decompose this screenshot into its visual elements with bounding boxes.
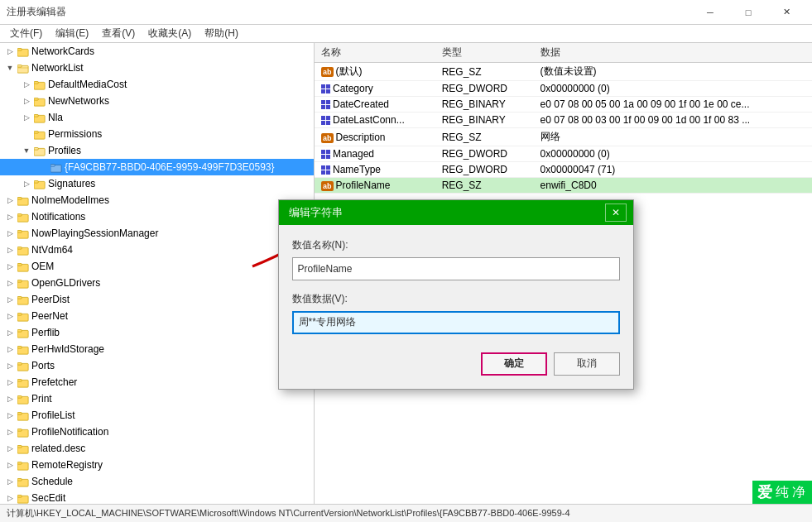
tree-label: SecEdit bbox=[31, 492, 65, 504]
tree-item[interactable]: ▷ OEM bbox=[0, 258, 314, 275]
tree-item[interactable]: ▷ PeerDist bbox=[0, 291, 314, 308]
folder-icon bbox=[33, 94, 46, 108]
tree-item[interactable]: ▷ related.desc bbox=[0, 440, 314, 457]
table-row[interactable]: abDescription REG_SZ 网络 bbox=[315, 128, 812, 146]
tree-item[interactable]: ▷ PerHwIdStorage bbox=[0, 341, 314, 357]
tree-item[interactable]: ▷ ProfileList bbox=[0, 407, 314, 424]
table-row[interactable]: NameType REG_DWORD 0x00000047 (71) bbox=[315, 162, 812, 178]
maximize-button[interactable]: □ bbox=[729, 0, 767, 25]
table-row[interactable]: Category REG_DWORD 0x00000000 (0) bbox=[315, 81, 812, 97]
tree-item[interactable]: ▷ Print bbox=[0, 390, 314, 407]
expand-icon: ▼ bbox=[3, 61, 17, 74]
cell-type: REG_SZ bbox=[435, 128, 534, 146]
folder-icon bbox=[17, 243, 30, 256]
tree-item[interactable]: ▷ ProfileNotification bbox=[0, 424, 314, 440]
table-row[interactable]: DateCreated REG_BINARY e0 07 08 00 05 00… bbox=[315, 97, 812, 113]
data-input[interactable] bbox=[292, 311, 620, 334]
svg-rect-39 bbox=[17, 363, 22, 366]
tree-item[interactable]: ▷ Perflib bbox=[0, 324, 314, 341]
tree-label: PeerDist bbox=[31, 294, 70, 305]
tree-item[interactable]: ▷ Nla bbox=[0, 109, 314, 126]
folder-icon bbox=[17, 227, 30, 240]
tree-label: NowPlayingSessionManager bbox=[31, 227, 158, 239]
folder-icon bbox=[17, 210, 30, 223]
menu-edit[interactable]: 编辑(E) bbox=[49, 25, 95, 42]
table-row[interactable]: ab(默认) REG_SZ (数值未设置) bbox=[315, 63, 812, 81]
folder-icon bbox=[17, 293, 30, 306]
menu-help[interactable]: 帮助(H) bbox=[198, 25, 245, 42]
tree-item[interactable]: ▷ OpenGLDrivers bbox=[0, 275, 314, 291]
folder-icon bbox=[33, 177, 46, 190]
tree-item[interactable]: ▷ NetworkCards bbox=[0, 43, 314, 60]
table-row[interactable]: abProfileName REG_SZ enwifi_C8D0 bbox=[315, 178, 812, 194]
tree-label: ProfileList bbox=[31, 409, 75, 421]
tree-item[interactable]: ▷ Ports bbox=[0, 357, 314, 374]
status-bar: 计算机\HKEY_LOCAL_MACHINE\SOFTWARE\Microsof… bbox=[0, 504, 812, 522]
expand-icon: ▷ bbox=[3, 243, 17, 256]
expand-icon: ▷ bbox=[3, 359, 17, 372]
table-row[interactable]: DateLastConn... REG_BINARY e0 07 08 00 0… bbox=[315, 113, 812, 128]
menu-file[interactable]: 文件(F) bbox=[3, 25, 49, 42]
tree-label: Permissions bbox=[48, 128, 102, 140]
tree-item[interactable]: ▷ Prefetcher bbox=[0, 374, 314, 390]
tree-item[interactable]: ▼ NetworkList bbox=[0, 60, 314, 76]
tree-item[interactable]: ▷ RemoteRegistry bbox=[0, 457, 314, 473]
minimize-button[interactable]: ─ bbox=[691, 0, 729, 25]
expand-icon: ▷ bbox=[3, 293, 17, 306]
folder-icon bbox=[17, 425, 30, 438]
tree-item-profile-guid[interactable]: {FA9CBB77-BBD0-406E-9959-499F7D3E0593} bbox=[0, 159, 314, 175]
tree-label: NewNetworks bbox=[48, 95, 109, 107]
svg-rect-43 bbox=[17, 396, 22, 399]
svg-rect-9 bbox=[34, 115, 38, 117]
cell-type: REG_BINARY bbox=[435, 97, 534, 113]
tree-item-notifications[interactable]: ▷ Notifications bbox=[0, 208, 314, 225]
tree-item[interactable]: ▷ NewNetworks bbox=[0, 93, 314, 109]
dialog-buttons: 确定 取消 bbox=[292, 352, 620, 376]
tree-label: DefaultMediaCost bbox=[48, 79, 127, 90]
expand-icon bbox=[20, 127, 33, 141]
expand-icon: ▷ bbox=[3, 309, 17, 323]
expand-icon: ▷ bbox=[3, 45, 17, 58]
expand-icon: ▷ bbox=[3, 210, 17, 223]
dialog-title-bar: 编辑字符串 ✕ bbox=[279, 200, 633, 225]
menu-view[interactable]: 查看(V) bbox=[95, 25, 142, 42]
dialog-close-button[interactable]: ✕ bbox=[605, 204, 627, 222]
expand-icon: ▷ bbox=[3, 442, 17, 455]
cell-name: NameType bbox=[315, 162, 435, 178]
tree-item[interactable]: ▷ NoImeModelImes bbox=[0, 192, 314, 208]
svg-rect-15 bbox=[50, 165, 55, 167]
folder-icon bbox=[33, 127, 46, 141]
svg-rect-1 bbox=[17, 49, 22, 51]
tree-item[interactable]: ▷ PeerNet bbox=[0, 308, 314, 324]
cancel-button[interactable]: 取消 bbox=[554, 352, 620, 376]
registry-tree: ▷ NetworkCards ▼ NetworkList ▷ bbox=[0, 43, 315, 504]
registry-table: 名称 类型 数据 ab(默认) REG_SZ (数值未设置) Category … bbox=[315, 43, 812, 194]
tree-item[interactable]: ▷ SecEdit bbox=[0, 490, 314, 504]
tree-item-permissions[interactable]: Permissions bbox=[0, 126, 314, 142]
table-row[interactable]: Managed REG_DWORD 0x00000000 (0) bbox=[315, 146, 812, 162]
tree-item[interactable]: ▷ NtVdm64 bbox=[0, 242, 314, 258]
tree-label: NetworkCards bbox=[31, 45, 94, 57]
tree-label: PeerNet bbox=[31, 310, 68, 322]
edit-string-dialog: 编辑字符串 ✕ 数值名称(N): 数值数据(V): 确定 取消 bbox=[278, 199, 634, 390]
ok-button[interactable]: 确定 bbox=[481, 352, 547, 376]
svg-rect-17 bbox=[34, 181, 38, 184]
tree-label: related.desc bbox=[31, 443, 85, 454]
expand-icon: ▷ bbox=[3, 425, 17, 438]
close-button[interactable]: ✕ bbox=[767, 0, 805, 25]
tree-item[interactable]: ▷ DefaultMediaCost bbox=[0, 76, 314, 93]
folder-icon bbox=[17, 276, 30, 290]
cell-type: REG_BINARY bbox=[435, 113, 534, 128]
tree-label: OpenGLDrivers bbox=[31, 277, 100, 289]
tree-item[interactable]: ▷ NowPlayingSessionManager bbox=[0, 225, 314, 242]
tree-item[interactable]: ▷ Signatures bbox=[0, 175, 314, 192]
col-header-name: 名称 bbox=[315, 43, 435, 63]
tree-item-profiles[interactable]: ▼ Profiles bbox=[0, 142, 314, 159]
tree-item[interactable]: ▷ Schedule bbox=[0, 473, 314, 490]
svg-rect-55 bbox=[17, 496, 22, 498]
cell-type: REG_SZ bbox=[435, 63, 534, 81]
col-header-data: 数据 bbox=[534, 43, 812, 63]
name-input[interactable] bbox=[292, 257, 620, 280]
tree-label: Schedule bbox=[31, 476, 73, 487]
menu-favorites[interactable]: 收藏夹(A) bbox=[142, 25, 198, 42]
